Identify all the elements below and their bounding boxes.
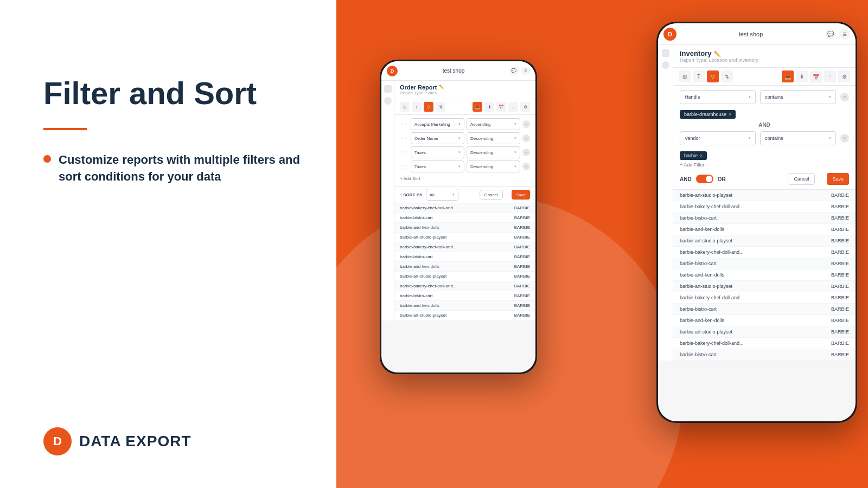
cell-handle: barbie-and-ken-dolls [400, 264, 503, 269]
cell-vendor: BARBIE [816, 272, 849, 278]
cell-handle: barbie-bistro-cart [680, 352, 816, 357]
phone1-drag-2[interactable]: ⋮⋮ [400, 136, 409, 141]
chevron-down-icon: ▾ [514, 150, 516, 155]
table-row: barbie-and-ken-dolls BARBIE [673, 315, 856, 326]
phone1-sort-dir-1[interactable]: Ascending ▾ [467, 118, 520, 130]
phone1-table-btn[interactable]: ⊞ [400, 102, 410, 112]
phone1-sort-dir-2[interactable]: Descending ▾ [467, 132, 520, 144]
phone2-toggle[interactable] [696, 175, 713, 183]
phone2-table-btn[interactable]: ⊞ [679, 70, 691, 82]
phone1-sort-field-1[interactable]: Accepts Marketing ▾ [411, 118, 464, 130]
phone1-sidebar [381, 81, 394, 320]
phone2-tag-dreamhouse: barbie-dreamhouse × [680, 110, 736, 119]
phone1-drag-4[interactable]: ⋮⋮ [400, 164, 409, 169]
phone2-settings-btn[interactable]: ⚙ [838, 70, 850, 82]
phone1-sort-dir-4[interactable]: Descending ▾ [467, 160, 520, 172]
phone2-menu-icon[interactable]: ≡ [839, 29, 850, 40]
phone1-report-title: Order Report [400, 84, 437, 91]
phone2-data-table: barbie-art-studio-playset BARBIE barbie-… [673, 190, 856, 361]
phone1-filter-btn[interactable]: ▽ [424, 102, 433, 112]
phone2-filter1-tags: barbie-dreamhouse × [680, 108, 849, 119]
cell-handle: barbie-art-studio-playset [680, 329, 816, 335]
phone2-filter2-remove[interactable]: × [840, 134, 849, 143]
phone1-chat-icon[interactable]: 💬 [509, 67, 518, 75]
phone1-sort-btn[interactable]: ⇅ [436, 102, 445, 112]
phone1-export-btn[interactable]: 📤 [473, 102, 482, 112]
phone1-drag-3[interactable]: ⋮⋮ [400, 150, 409, 155]
phone2-text-btn[interactable]: T [693, 70, 705, 82]
phone2-download-btn[interactable]: ⬇ [796, 70, 808, 82]
phone1-remove-4[interactable]: × [522, 163, 530, 170]
phone1-main: Order Report ✏️ Report Type: Sales ⊞ T ▽ [394, 81, 535, 320]
cell-vendor: BARBIE [503, 313, 530, 318]
phone1-text-btn[interactable]: T [412, 102, 422, 112]
phone2-calendar-btn[interactable]: 📅 [810, 70, 822, 82]
phone1-sort-by-select[interactable]: All ▾ [426, 189, 458, 201]
table-row: barbie-art-studio-playset BARBIE [673, 235, 856, 247]
cell-handle: barbie-bistro-cart [400, 254, 503, 259]
cell-vendor: BARBIE [503, 215, 530, 220]
phone2-chat-icon[interactable]: 💬 [825, 29, 836, 40]
phone2-tag-barbie: barbie × [680, 151, 707, 160]
phone2-report-subtitle: Report Type: Location and Inventory [680, 57, 849, 63]
phone2-filter2-condition[interactable]: contains ▾ [760, 131, 836, 145]
cell-handle: barbie-bistro-cart [400, 215, 503, 220]
phone2-filter-section: Handle ▾ contains ▾ × [673, 86, 856, 190]
table-row: barbie-art-studio-playset BARBIE [394, 311, 535, 320]
phone2-export-btn[interactable]: 📤 [782, 70, 794, 82]
tag-close-icon[interactable]: × [729, 112, 731, 117]
table-row: barbie-bistro-cart BARBIE [673, 213, 856, 224]
phone2-edit-icon[interactable]: ✏️ [714, 51, 719, 56]
phone2-more-btn[interactable]: ⋮ [824, 70, 836, 82]
phone1-report-title-row: Order Report ✏️ [400, 84, 530, 91]
table-row: barbie-bakery-chef-doll-and... BARBIE [673, 338, 856, 349]
phone1-cancel-btn[interactable]: Cancel [480, 190, 503, 200]
brand-logo-text: DATA EXPORT [79, 433, 191, 450]
phone1-calendar-btn[interactable]: 📅 [496, 102, 506, 112]
cell-vendor: BARBIE [816, 306, 849, 312]
phone2-sort-btn[interactable]: ⇅ [721, 70, 733, 82]
phone2-add-filter[interactable]: + Add Filter [680, 160, 849, 170]
phone1-sort-dir-3[interactable]: Descending ▾ [467, 146, 520, 158]
phone1-remove-1[interactable]: × [522, 120, 530, 128]
phone1-download-btn[interactable]: ⬇ [484, 102, 494, 112]
table-row: barbie-and-ken-dolls BARBIE [673, 224, 856, 235]
phone1-settings-btn[interactable]: ⚙ [520, 102, 530, 112]
phone2-filter-row-1: Handle ▾ contains ▾ × [680, 90, 849, 104]
phone2-filter1-field[interactable]: Handle ▾ [680, 90, 756, 104]
phone2-filter1-condition[interactable]: contains ▾ [760, 90, 836, 104]
sidebar-icon-1 [384, 85, 392, 93]
phone2-filter2-field[interactable]: Vendor ▾ [680, 131, 756, 145]
phone1-more-btn[interactable]: ⋮ [508, 102, 518, 112]
cell-handle: barbie-bakery-chef-doll-and... [680, 204, 816, 209]
phone1-edit-icon[interactable]: ✏️ [439, 85, 444, 90]
table-row: barbie-bakery-chef-doll-and... BARBIE [673, 247, 856, 258]
tag-close-icon[interactable]: × [700, 153, 703, 158]
phone1-add-sort[interactable]: + Add Sort [400, 175, 530, 183]
phone1-report-header: Order Report ✏️ Report Type: Sales [394, 81, 535, 99]
cell-vendor: BARBIE [503, 254, 530, 259]
phone2-save-btn[interactable]: Save [827, 173, 849, 185]
phone1-sort-field-2[interactable]: Order Name ▾ [411, 132, 464, 144]
cell-handle: barbie-art-studio-playset [400, 274, 503, 279]
cell-handle: barbie-and-ken-dolls [400, 225, 503, 230]
phone1-save-btn[interactable]: Save [512, 190, 530, 200]
phone1-menu-icon[interactable]: ≡ [521, 67, 530, 75]
phone2-cancel-btn[interactable]: Cancel [788, 173, 815, 185]
phone1-sort-row-3: ⋮⋮ Taxes ▾ Descending ▾ × [400, 146, 530, 158]
phone2-filter-btn[interactable]: ▽ [707, 70, 719, 82]
table-row: barbie-bistro-cart BARBIE [394, 291, 535, 301]
phone2-and-label: AND [680, 176, 692, 182]
chevron-down-icon: ▾ [458, 122, 461, 126]
phone1-sort-field-4[interactable]: Taxes ▾ [411, 160, 464, 172]
chevron-down-icon: ▾ [514, 164, 516, 169]
cell-vendor: BARBIE [816, 192, 849, 198]
phone1-drag-1[interactable]: ⋮⋮ [400, 122, 409, 127]
cell-vendor: BARBIE [503, 206, 530, 210]
cell-handle: barbie-bakery-chef-doll-and... [680, 295, 816, 300]
phone1-remove-2[interactable]: × [522, 134, 530, 142]
table-row: barbie-bakery-chef-doll-and... BARBIE [673, 201, 856, 213]
phone1-sort-field-3[interactable]: Taxes ▾ [411, 146, 464, 158]
phone1-remove-3[interactable]: × [522, 149, 530, 156]
phone2-filter1-remove[interactable]: × [840, 93, 849, 101]
